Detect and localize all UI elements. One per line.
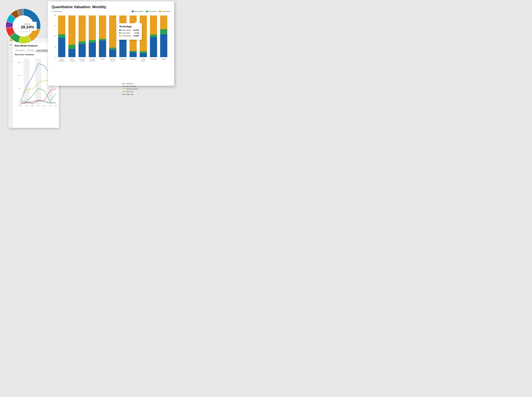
svg-rect-57 xyxy=(99,15,106,39)
svg-text:75: 75 xyxy=(55,25,56,27)
svg-rect-84 xyxy=(160,29,167,34)
fairly-valued-label: Fairly Valued xyxy=(134,11,143,12)
svg-rect-49 xyxy=(79,44,86,57)
tt-over-val: 5.71% xyxy=(135,32,139,34)
home-icon[interactable]: ⌂ xyxy=(10,48,12,50)
total-return-swatch xyxy=(122,83,125,84)
svg-rect-11 xyxy=(24,58,30,104)
region-total-swatch xyxy=(122,94,125,95)
overvalued-label: Overvalued xyxy=(148,11,156,12)
doc-icon[interactable]: ☰ xyxy=(10,60,12,62)
tt-under-label: Undervalued xyxy=(122,35,131,37)
svg-rect-71 xyxy=(129,51,137,52)
tt-fairly-label: Fairly Valued xyxy=(122,29,131,31)
svg-rect-43 xyxy=(68,45,76,49)
quant-title: Quantitative Valuation: Monthly xyxy=(52,5,170,9)
svg-text:Estate: Estate xyxy=(141,60,145,62)
legend-total-return: Total Return xyxy=(122,83,138,84)
svg-text:Energy: Energy xyxy=(100,58,105,60)
svg-rect-54 xyxy=(89,43,96,57)
svg-text:May: May xyxy=(25,105,28,106)
investment-specific-label: Investment Specific xyxy=(126,88,138,90)
total-return-label: Total Return xyxy=(126,83,134,84)
tooltip-popup: Technology Fairly Valued 48.63% Overvalu… xyxy=(116,23,142,40)
mid-core-value: 28.24% xyxy=(21,25,34,29)
svg-rect-59 xyxy=(99,40,106,57)
bar-chart: 0255075100BasicMaterialsComm.ServicesCon… xyxy=(52,13,170,66)
svg-rect-85 xyxy=(160,34,167,57)
tt-fairly-val: 48.63% xyxy=(134,29,139,31)
svg-text:July: July xyxy=(37,105,39,106)
svg-rect-83 xyxy=(160,15,167,29)
tooltip-row-under: Undervalued 45.66% xyxy=(119,35,139,37)
mid-core-label: Mid Core xyxy=(21,23,34,25)
legend-row: Fairly Valued Overvalued Undervalued xyxy=(132,11,170,12)
svg-text:0.00: 0.00 xyxy=(18,103,20,105)
tooltip-title: Technology xyxy=(119,25,139,28)
legend-factor-total: Factor Total xyxy=(122,91,138,93)
tooltip-row-fairly: Fairly Valued 48.63% xyxy=(119,29,139,31)
svg-rect-47 xyxy=(79,15,86,41)
svg-text:Cyclical: Cyclical xyxy=(80,60,84,62)
svg-rect-38 xyxy=(58,34,65,38)
svg-rect-52 xyxy=(89,15,96,40)
folder-icon[interactable]: ▭ xyxy=(10,52,12,54)
legend-undervalued: Undervalued xyxy=(159,11,170,12)
legend-risk-free: Risk Free Return xyxy=(122,86,138,87)
risk-free-swatch xyxy=(122,86,125,87)
svg-text:1.25: 1.25 xyxy=(18,101,20,102)
tt-over-label: Overvalued xyxy=(122,32,130,34)
svg-rect-42 xyxy=(68,15,76,44)
factor-total-label: Factor Total xyxy=(126,91,133,93)
svg-text:Services: Services xyxy=(69,60,74,62)
svg-text:Consumer: Consumer xyxy=(89,58,96,60)
investment-specific-swatch xyxy=(122,89,125,89)
factor-total-swatch xyxy=(122,92,125,92)
undervalued-label: Undervalued xyxy=(161,11,170,12)
legend-fairly-valued: Fairly Valued xyxy=(132,11,143,12)
svg-text:Consumer: Consumer xyxy=(79,58,86,60)
svg-text:7.50: 7.50 xyxy=(18,88,20,89)
tt-over-swatch xyxy=(119,32,121,34)
svg-text:0: 0 xyxy=(55,56,56,58)
tt-under-val: 45.66% xyxy=(134,35,139,37)
svg-text:Comm.: Comm. xyxy=(70,58,74,60)
tooltip-row-over: Overvalued 5.71% xyxy=(119,32,139,34)
mid-core-badge: Mid Core 28.24% xyxy=(18,22,37,31)
risk-free-label: Risk Free Return xyxy=(126,86,136,87)
svg-rect-61 xyxy=(109,15,116,48)
svg-text:Basic: Basic xyxy=(60,58,63,60)
svg-rect-12 xyxy=(35,58,41,104)
chart-meta: % of Securities Fairly Valued Overvalued… xyxy=(52,11,170,12)
y-axis-label: % of Securities xyxy=(52,11,62,12)
tab-risk-summary[interactable]: Risk Summary xyxy=(15,49,26,52)
tab-factor-attribution[interactable]: Factor Attribution xyxy=(35,49,49,52)
svg-rect-48 xyxy=(79,41,86,44)
tab-risk-factor[interactable]: Risk Factor xyxy=(26,49,35,52)
ms-sidebar: ⌂ ▭ △ ☰ xyxy=(8,43,13,128)
svg-text:April: April xyxy=(20,105,22,106)
svg-text:13.75: 13.75 xyxy=(18,75,20,76)
svg-text:100: 100 xyxy=(54,15,56,16)
chart-icon[interactable]: △ xyxy=(10,56,12,58)
svg-rect-44 xyxy=(68,49,76,57)
svg-rect-72 xyxy=(129,52,137,57)
svg-rect-80 xyxy=(150,35,157,37)
svg-text:Technology: Technology xyxy=(150,58,157,60)
svg-rect-58 xyxy=(99,39,106,40)
svg-text:Services: Services xyxy=(110,60,115,62)
svg-text:Financial: Financial xyxy=(110,58,115,60)
legend-overvalued: Overvalued xyxy=(146,11,156,12)
svg-text:Healthcare: Healthcare xyxy=(120,58,126,60)
svg-text:Oct: Oct xyxy=(55,105,57,106)
svg-rect-79 xyxy=(150,15,157,34)
svg-text:Sep: Sep xyxy=(49,105,51,106)
tt-fairly-swatch xyxy=(119,30,121,31)
svg-rect-75 xyxy=(140,51,147,53)
svg-rect-62 xyxy=(109,48,116,50)
svg-rect-63 xyxy=(109,50,116,57)
svg-text:Defensive: Defensive xyxy=(89,60,95,62)
line-chart-legend: Total Return Risk Free Return Investment… xyxy=(122,83,138,95)
svg-rect-76 xyxy=(140,53,147,57)
svg-text:Materials: Materials xyxy=(59,60,64,62)
